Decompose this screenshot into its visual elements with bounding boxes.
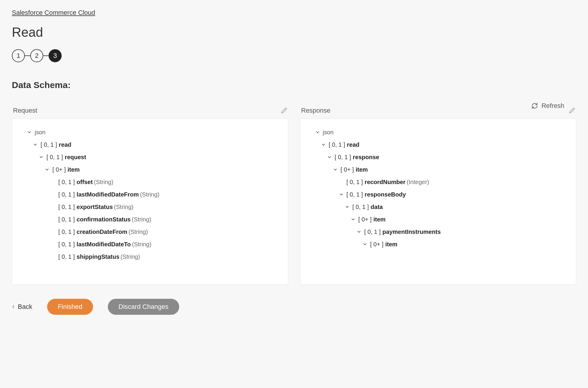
node-type: (String) <box>132 239 152 249</box>
cardinality-label: [ 0+ ] <box>341 165 354 174</box>
request-tree[interactable]: json[ 0, 1 ] read[ 0, 1 ] request[ 0+ ] … <box>12 119 288 285</box>
node-name: json <box>35 127 46 137</box>
tree-node[interactable]: [ 0, 1 ] paymentInstruments <box>306 226 570 238</box>
node-type: (String) <box>132 215 151 224</box>
tree-node: [ 0, 1 ] exportStatus (String) <box>18 201 282 213</box>
back-button[interactable]: Back <box>12 303 32 311</box>
chevron-down-icon[interactable] <box>39 155 45 159</box>
node-type: (String) <box>140 190 160 199</box>
node-name: json <box>323 127 334 137</box>
node-name: lastModifiedDateTo <box>77 239 131 249</box>
node-type: (String) <box>129 227 148 237</box>
node-name: paymentInstruments <box>382 227 441 237</box>
chevron-down-icon[interactable] <box>351 217 357 222</box>
node-type: (Integer) <box>407 177 429 187</box>
tree-node[interactable]: [ 0+ ] item <box>306 213 570 226</box>
pencil-icon[interactable] <box>569 108 575 114</box>
cardinality-label: [ 0, 1 ] <box>47 152 63 162</box>
response-panel: Response json[ 0, 1 ] read[ 0, 1 ] respo… <box>300 107 576 285</box>
node-name: exportStatus <box>77 202 113 212</box>
tree-node: [ 0, 1 ] offset (String) <box>18 176 282 188</box>
back-label: Back <box>18 303 32 311</box>
chevron-left-icon <box>12 305 15 309</box>
tree-node: [ 0, 1 ] shippingStatus (String) <box>18 250 282 263</box>
tree-node[interactable]: [ 0, 1 ] responseBody <box>306 188 570 201</box>
tree-node[interactable]: [ 0, 1 ] read <box>18 138 282 151</box>
tree-node: [ 0, 1 ] lastModifiedDateFrom (String) <box>18 188 282 201</box>
tree-node: [ 0, 1 ] creationDateFrom (String) <box>18 226 282 238</box>
node-name: confirmationStatus <box>77 215 131 224</box>
cardinality-label: [ 0, 1 ] <box>58 227 75 237</box>
node-name: item <box>68 165 80 174</box>
node-name: item <box>385 239 398 249</box>
step-3[interactable]: 3 <box>49 49 62 62</box>
cardinality-label: [ 0, 1 ] <box>335 152 351 162</box>
cardinality-label: [ 0, 1 ] <box>347 190 363 199</box>
cardinality-label: [ 0+ ] <box>370 239 384 249</box>
tree-node: [ 0, 1 ] recordNumber (Integer) <box>306 176 570 188</box>
cardinality-label: [ 0, 1 ] <box>58 215 75 224</box>
step-connector <box>25 55 30 56</box>
tree-node[interactable]: [ 0+ ] item <box>18 163 282 176</box>
node-name: creationDateFrom <box>77 227 127 237</box>
cardinality-label: [ 0, 1 ] <box>353 202 369 212</box>
cardinality-label: [ 0+ ] <box>52 165 66 174</box>
request-panel-title: Request <box>13 107 37 114</box>
chevron-down-icon[interactable] <box>45 167 51 172</box>
chevron-down-icon[interactable] <box>321 142 327 147</box>
cardinality-label: [ 0, 1 ] <box>364 227 381 237</box>
tree-node: [ 0, 1 ] confirmationStatus (String) <box>18 213 282 226</box>
node-name: recordNumber <box>365 177 406 187</box>
tree-node[interactable]: [ 0+ ] item <box>306 238 570 250</box>
step-connector <box>43 55 49 56</box>
step-1[interactable]: 1 <box>12 49 25 62</box>
node-name: read <box>347 140 359 149</box>
cardinality-label: [ 0+ ] <box>358 215 372 224</box>
node-name: shippingStatus <box>77 252 119 261</box>
page-title: Read <box>12 25 576 40</box>
tree-node[interactable]: json <box>306 126 570 138</box>
chevron-down-icon[interactable] <box>27 130 33 135</box>
response-tree[interactable]: json[ 0, 1 ] read[ 0, 1 ] response[ 0+ ]… <box>300 119 576 285</box>
tree-node[interactable]: [ 0, 1 ] data <box>306 201 570 213</box>
pencil-icon[interactable] <box>281 108 287 114</box>
breadcrumb-link[interactable]: Salesforce Commerce Cloud <box>12 9 95 16</box>
node-type: (String) <box>94 177 113 187</box>
cardinality-label: [ 0, 1 ] <box>58 252 75 261</box>
node-name: responseBody <box>365 190 406 199</box>
node-name: offset <box>77 177 93 187</box>
stepper: 1 2 3 <box>12 49 576 62</box>
cardinality-label: [ 0, 1 ] <box>58 202 75 212</box>
chevron-down-icon[interactable] <box>339 192 345 197</box>
node-name: item <box>374 215 386 224</box>
cardinality-label: [ 0, 1 ] <box>58 177 75 187</box>
chevron-down-icon[interactable] <box>327 155 333 159</box>
step-2[interactable]: 2 <box>30 49 43 62</box>
finished-button[interactable]: Finished <box>47 299 93 315</box>
discard-changes-button[interactable]: Discard Changes <box>108 299 179 315</box>
chevron-down-icon[interactable] <box>33 142 39 147</box>
tree-node: [ 0, 1 ] lastModifiedDateTo (String) <box>18 238 282 250</box>
node-name: data <box>371 202 383 212</box>
tree-node[interactable]: [ 0+ ] item <box>306 163 570 176</box>
cardinality-label: [ 0, 1 ] <box>329 140 345 149</box>
chevron-down-icon[interactable] <box>315 130 321 135</box>
tree-node[interactable]: [ 0, 1 ] read <box>306 138 570 151</box>
node-name: request <box>65 152 86 162</box>
cardinality-label: [ 0, 1 ] <box>58 239 75 249</box>
tree-node[interactable]: [ 0, 1 ] response <box>306 151 570 163</box>
chevron-down-icon[interactable] <box>357 229 363 234</box>
request-panel: Request json[ 0, 1 ] read[ 0, 1 ] reques… <box>12 107 288 285</box>
tree-node[interactable]: json <box>18 126 282 138</box>
node-type: (String) <box>114 202 134 212</box>
cardinality-label: [ 0, 1 ] <box>58 190 75 199</box>
node-name: response <box>353 152 379 162</box>
chevron-down-icon[interactable] <box>333 167 339 172</box>
node-name: item <box>356 165 368 174</box>
tree-node[interactable]: [ 0, 1 ] request <box>18 151 282 163</box>
chevron-down-icon[interactable] <box>345 205 351 209</box>
cardinality-label: [ 0, 1 ] <box>41 140 57 149</box>
chevron-down-icon[interactable] <box>363 242 368 247</box>
section-heading: Data Schema: <box>12 80 576 90</box>
node-name: read <box>59 140 71 149</box>
